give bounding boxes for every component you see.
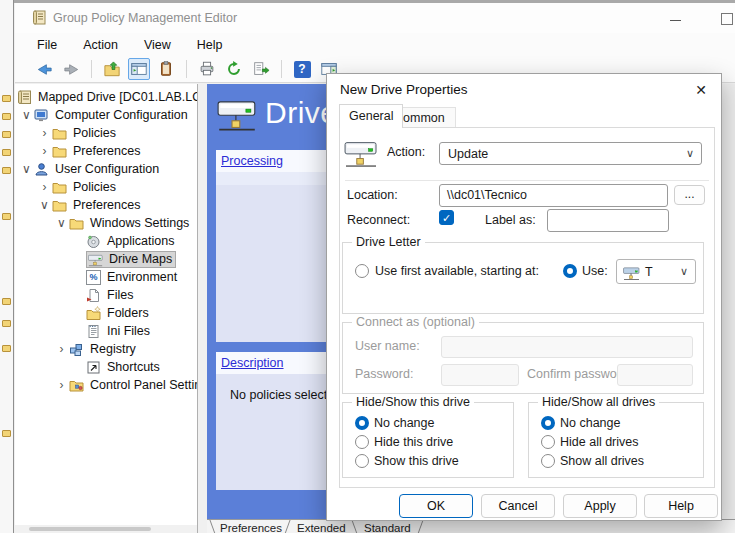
action-dropdown[interactable]: Update ∨ (439, 142, 702, 165)
tree-item-user-preferences[interactable]: ∨ Preferences (15, 196, 197, 214)
menu-action[interactable]: Action (83, 38, 118, 52)
description-link[interactable]: Description (221, 356, 284, 370)
show-this-drive-radio[interactable] (355, 454, 369, 468)
no-change-all-label[interactable]: No change (560, 416, 620, 430)
reconnect-checkbox[interactable]: ✓ (439, 210, 454, 225)
tab-standard[interactable]: Standard (364, 522, 411, 533)
tree-item-ini-files[interactable]: Ini Files (15, 322, 197, 340)
use-label[interactable]: Use: (582, 264, 608, 278)
refresh-button[interactable] (223, 58, 245, 80)
hide-all-drives-label[interactable]: Hide all drives (560, 435, 639, 449)
up-folder-icon (103, 60, 122, 79)
folder-icon (2, 430, 11, 437)
show-console-tree-button[interactable] (128, 58, 150, 80)
tab-preferences[interactable]: Preferences (220, 522, 282, 533)
minimize-button[interactable] (670, 20, 681, 21)
help-dialog-button[interactable]: Help (644, 494, 718, 518)
dialog-title: New Drive Properties (340, 82, 468, 97)
toolbar-separator (91, 60, 92, 78)
chevron-right-icon[interactable]: › (54, 378, 69, 392)
tree-item-folders[interactable]: Folders (15, 304, 197, 322)
file-icon (86, 288, 101, 303)
tree-item-registry[interactable]: › Registry (15, 340, 197, 358)
maximize-button[interactable] (721, 13, 733, 25)
disc-icon (86, 234, 101, 249)
hide-show-this-drive-group: Hide/Show this drive No change Hide this… (342, 402, 514, 478)
chevron-right-icon[interactable]: › (37, 144, 52, 158)
print-button[interactable] (196, 58, 218, 80)
chevron-down-icon[interactable]: ∨ (19, 162, 34, 176)
folder-icon (2, 131, 11, 138)
cancel-button[interactable]: Cancel (481, 494, 555, 518)
tree-item-user-configuration[interactable]: ∨ User Configuration (15, 160, 197, 178)
tree-item-computer-configuration[interactable]: ∨ Computer Configuration (15, 106, 197, 124)
chevron-down-icon: ∨ (686, 147, 694, 160)
menu-bar: File Action View Help (15, 33, 735, 56)
tree-item-drive-maps[interactable]: Drive Maps (15, 250, 197, 268)
chevron-right-icon[interactable]: › (54, 342, 69, 356)
help-button[interactable]: ? (291, 58, 313, 80)
properties-button[interactable] (155, 58, 177, 80)
hide-this-drive-label[interactable]: Hide this drive (374, 435, 453, 449)
export-list-button[interactable] (250, 58, 272, 80)
hide-this-drive-radio[interactable] (355, 435, 369, 449)
tree-item-windows-settings[interactable]: ∨ Windows Settings (15, 214, 197, 232)
tab-general[interactable]: General (339, 104, 403, 128)
tree-item-applications[interactable]: Applications (15, 232, 197, 250)
tree-item-user-policies[interactable]: › Policies (15, 178, 197, 196)
environment-icon: % (86, 270, 101, 285)
location-input[interactable]: \\dc01\Tecnico (439, 184, 668, 207)
folder-icon (2, 345, 11, 352)
hide-all-drives-radio[interactable] (541, 435, 555, 449)
no-change-all-radio[interactable] (541, 416, 555, 430)
label-as-input[interactable] (547, 209, 669, 232)
tree-item-computer-policies[interactable]: › Policies (15, 124, 197, 142)
drive-letter-dropdown[interactable]: T ∨ (616, 259, 696, 284)
drive-icon (88, 252, 103, 267)
show-this-drive-label[interactable]: Show this drive (374, 454, 459, 468)
close-icon[interactable]: ✕ (690, 79, 712, 101)
apply-button[interactable]: Apply (563, 494, 637, 518)
chevron-right-icon[interactable]: › (37, 180, 52, 194)
chevron-down-icon[interactable]: ∨ (54, 216, 69, 230)
menu-view[interactable]: View (144, 38, 171, 52)
processing-link[interactable]: Processing (221, 154, 283, 168)
show-all-drives-label[interactable]: Show all drives (560, 454, 644, 468)
ok-button[interactable]: OK (399, 494, 473, 518)
gpo-scroll-icon (17, 90, 32, 105)
computer-icon (34, 108, 49, 123)
use-first-available-label[interactable]: Use first available, starting at: (375, 264, 539, 278)
no-change-this-label[interactable]: No change (374, 416, 434, 430)
browse-button[interactable]: ... (674, 185, 705, 205)
tree-item-label: Policies (71, 126, 118, 140)
tree-item-computer-preferences[interactable]: › Preferences (15, 142, 197, 160)
chevron-right-icon[interactable]: › (37, 126, 52, 140)
tree-horizontal-scrollbar[interactable] (15, 525, 197, 533)
tree-item-label: User Configuration (53, 162, 161, 176)
tree-item-environment[interactable]: % Environment (15, 268, 197, 286)
menu-file[interactable]: File (37, 38, 57, 52)
tab-extended[interactable]: Extended (297, 522, 346, 533)
back-button[interactable] (33, 58, 55, 80)
forward-button[interactable] (60, 58, 82, 80)
use-radio[interactable] (563, 264, 577, 278)
no-change-this-radio[interactable] (355, 416, 369, 430)
folder-icon (52, 198, 67, 213)
pane-splitter[interactable] (197, 84, 207, 533)
tree-item-shortcuts[interactable]: Shortcuts (15, 358, 197, 376)
tree-item-control-panel-settings[interactable]: › Control Panel Settings (15, 376, 197, 394)
chevron-down-icon[interactable]: ∨ (19, 108, 34, 122)
menu-help[interactable]: Help (197, 38, 223, 52)
tree-item-files[interactable]: Files (15, 286, 197, 304)
up-one-level-button[interactable] (101, 58, 123, 80)
tree-item-label: Preferences (71, 144, 142, 158)
user-name-input (441, 336, 693, 358)
scrollbar-thumb[interactable] (29, 527, 151, 531)
show-all-drives-radio[interactable] (541, 454, 555, 468)
location-label: Location: (347, 188, 398, 202)
tree-item-root[interactable]: Mapped Drive [DC01.LAB.LOCAL] (15, 88, 197, 106)
connect-as-group: Connect as (optional) User name: Passwor… (342, 322, 704, 394)
tab-edge (209, 520, 215, 533)
use-first-available-radio[interactable] (355, 264, 369, 278)
chevron-down-icon[interactable]: ∨ (37, 198, 52, 212)
